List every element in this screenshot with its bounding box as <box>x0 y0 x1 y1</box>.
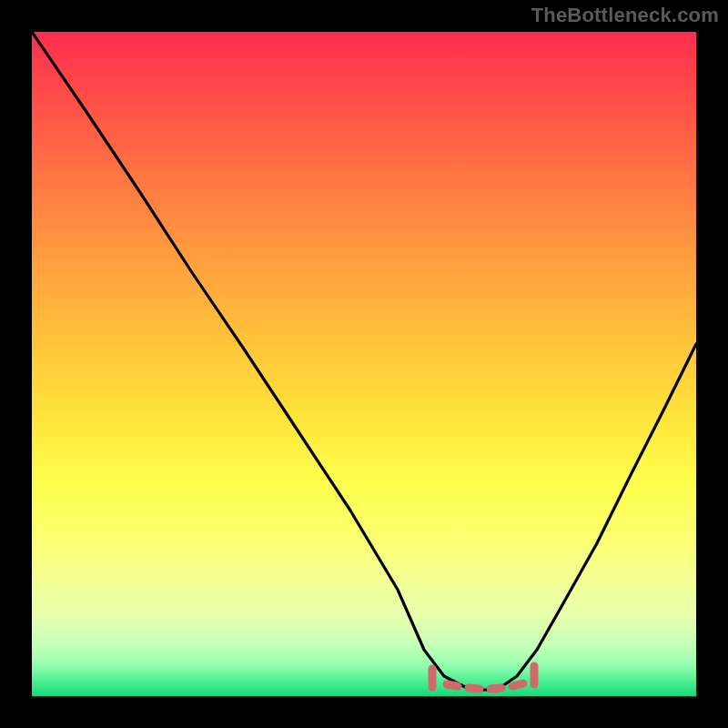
flat-region-dash <box>469 688 480 689</box>
chart-frame: TheBottleneck.com <box>0 0 728 728</box>
plot-area <box>32 32 696 696</box>
flat-region-dash <box>512 683 523 686</box>
flat-region-dash <box>490 688 501 689</box>
flat-region-dash <box>447 684 458 686</box>
curve-path <box>32 32 696 690</box>
watermark-text: TheBottleneck.com <box>531 4 719 27</box>
bottleneck-curve <box>32 32 696 696</box>
